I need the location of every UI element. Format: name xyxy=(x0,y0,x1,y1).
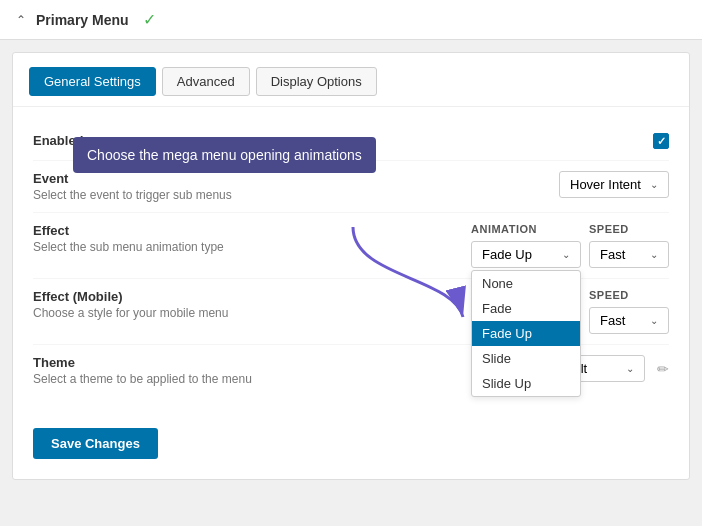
enabled-checkbox[interactable] xyxy=(653,133,669,149)
option-slide[interactable]: Slide xyxy=(472,346,580,371)
enabled-label: Enabled xyxy=(33,133,469,148)
effect-mobile-desc: Choose a style for your mobile menu xyxy=(33,306,471,320)
main-content: General Settings Advanced Display Option… xyxy=(12,52,690,480)
collapse-icon[interactable]: ⌃ xyxy=(16,13,26,27)
effect-desc: Select the sub menu animation type xyxy=(33,240,471,254)
event-select-wrap: Hover Intent ⌄ xyxy=(559,171,669,198)
header-bar: ⌃ Primary Menu ✓ xyxy=(0,0,702,40)
tab-advanced[interactable]: Advanced xyxy=(162,67,250,96)
speed-select-wrap: Fast ⌄ xyxy=(589,241,669,268)
speed-dropdown[interactable]: Fast ⌄ xyxy=(589,241,669,268)
animation-dropdown[interactable]: Fade Up ⌄ xyxy=(471,241,581,268)
theme-desc: Select a theme to be applied to the menu xyxy=(33,372,469,386)
event-label: Event xyxy=(33,171,469,186)
event-row: Event Select the event to trigger sub me… xyxy=(33,161,669,213)
anim-speed-labels: ANIMATION SPEED xyxy=(471,223,669,235)
animation-dropdown-menu: None Fade Fade Up Slide Slide Up xyxy=(471,270,581,397)
mobile-speed-dropdown[interactable]: Fast ⌄ xyxy=(589,307,669,334)
page-wrapper: ⌃ Primary Menu ✓ General Settings Advanc… xyxy=(0,0,702,526)
enabled-control xyxy=(469,133,669,149)
effect-mobile-label-group: Effect (Mobile) Choose a style for your … xyxy=(33,289,471,320)
chevron-down-icon: ⌄ xyxy=(650,179,658,190)
save-button[interactable]: Save Changes xyxy=(33,428,158,459)
tabs-bar: General Settings Advanced Display Option… xyxy=(13,53,689,107)
speed-col-label: SPEED xyxy=(589,223,669,235)
option-slide-up[interactable]: Slide Up xyxy=(472,371,580,396)
check-icon: ✓ xyxy=(143,10,156,29)
effect-label: Effect xyxy=(33,223,471,238)
mobile-speed-labels: SPEED xyxy=(589,289,669,301)
option-fade-up[interactable]: Fade Up xyxy=(472,321,580,346)
animation-value: Fade Up xyxy=(482,247,532,262)
effect-controls: ANIMATION SPEED Fade Up ⌄ None xyxy=(471,223,669,268)
mobile-speed-select-wrap: Fast ⌄ xyxy=(589,307,669,334)
tab-display-options[interactable]: Display Options xyxy=(256,67,377,96)
page-title: Primary Menu xyxy=(36,12,129,28)
theme-edit-icon[interactable]: ✏ xyxy=(657,361,669,377)
speed-value: Fast xyxy=(600,247,625,262)
event-control: Hover Intent ⌄ xyxy=(469,171,669,198)
enabled-row: Enabled xyxy=(33,123,669,161)
event-desc: Select the event to trigger sub menus xyxy=(33,188,469,202)
effect-row: Effect Select the sub menu animation typ… xyxy=(33,213,669,279)
event-dropdown[interactable]: Hover Intent ⌄ xyxy=(559,171,669,198)
animation-col-label: ANIMATION xyxy=(471,223,581,235)
enabled-label-group: Enabled xyxy=(33,133,469,150)
theme-label: Theme xyxy=(33,355,469,370)
option-fade[interactable]: Fade xyxy=(472,296,580,321)
effect-mobile-label: Effect (Mobile) xyxy=(33,289,471,304)
option-none[interactable]: None xyxy=(472,271,580,296)
event-value: Hover Intent xyxy=(570,177,641,192)
theme-label-group: Theme Select a theme to be applied to th… xyxy=(33,355,469,386)
chevron-down-icon: ⌄ xyxy=(562,249,570,260)
chevron-down-icon: ⌄ xyxy=(626,363,634,374)
tab-general-settings[interactable]: General Settings xyxy=(29,67,156,96)
effect-label-group: Effect Select the sub menu animation typ… xyxy=(33,223,471,254)
animation-select-wrap: Fade Up ⌄ None Fade Fade Up Slide Slide … xyxy=(471,241,581,268)
mobile-speed-value: Fast xyxy=(600,313,625,328)
chevron-down-icon: ⌄ xyxy=(650,315,658,326)
event-label-group: Event Select the event to trigger sub me… xyxy=(33,171,469,202)
effect-top-row: Fade Up ⌄ None Fade Fade Up Slide Slide … xyxy=(471,241,669,268)
chevron-down-icon: ⌄ xyxy=(650,249,658,260)
mobile-speed-col-label: SPEED xyxy=(589,289,669,301)
settings-area: Choose the mega menu opening animations … xyxy=(13,107,689,412)
